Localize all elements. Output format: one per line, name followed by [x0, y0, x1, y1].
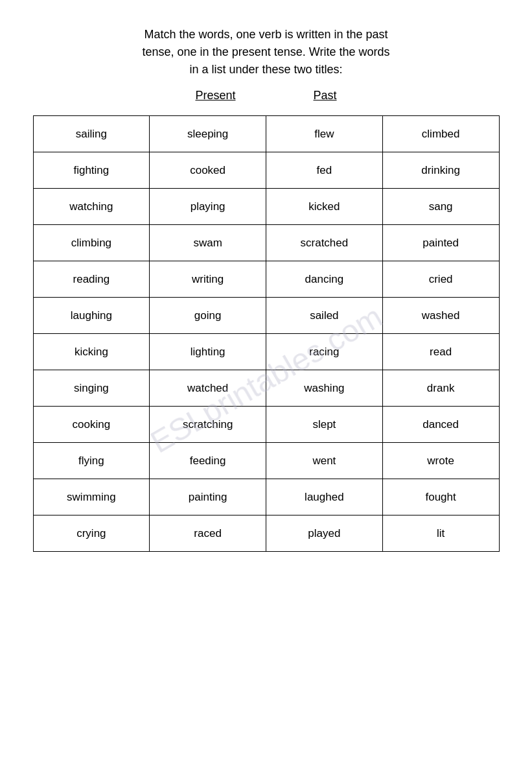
- table-cell: lit: [382, 515, 499, 552]
- table-cell: feeding: [150, 443, 266, 479]
- table-cell: sang: [382, 189, 499, 225]
- table-cell: watched: [150, 370, 266, 407]
- word-table: sailingsleepingflewclimbedfightingcooked…: [33, 115, 500, 552]
- table-cell: wrote: [382, 443, 499, 479]
- table-cell: fought: [382, 479, 499, 515]
- titles-row: Present Past: [195, 89, 336, 102]
- table-cell: drank: [382, 370, 499, 407]
- table-cell: writing: [150, 261, 266, 298]
- table-cell: painting: [150, 479, 266, 515]
- table-row: singingwatchedwashingdrank: [33, 370, 499, 407]
- instruction-line1: Match the words, one verb is written in …: [144, 28, 387, 41]
- table-row: cookingscratchingsleptdanced: [33, 407, 499, 443]
- table-cell: cooked: [150, 152, 266, 189]
- table-cell: going: [150, 298, 266, 334]
- present-title: Present: [195, 89, 235, 102]
- table-cell: climbed: [382, 116, 499, 152]
- table-cell: singing: [33, 370, 150, 407]
- table-cell: sleeping: [150, 116, 266, 152]
- table-row: watchingplayingkickedsang: [33, 189, 499, 225]
- table-cell: climbing: [33, 225, 150, 261]
- instructions-block: Match the words, one verb is written in …: [143, 26, 390, 78]
- table-cell: dancing: [266, 261, 383, 298]
- table-row: flyingfeedingwentwrote: [33, 443, 499, 479]
- table-cell: kicking: [33, 334, 150, 370]
- table-cell: raced: [150, 515, 266, 552]
- table-cell: flying: [33, 443, 150, 479]
- instruction-line2: tense, one in the present tense. Write t…: [143, 45, 390, 58]
- table-cell: fed: [266, 152, 383, 189]
- table-cell: played: [266, 515, 383, 552]
- table-row: swimmingpaintinglaughedfought: [33, 479, 499, 515]
- table-cell: lighting: [150, 334, 266, 370]
- instruction-line3: in a list under these two titles:: [189, 63, 342, 76]
- table-cell: cooking: [33, 407, 150, 443]
- table-cell: playing: [150, 189, 266, 225]
- table-cell: laughing: [33, 298, 150, 334]
- table-cell: laughed: [266, 479, 383, 515]
- table-cell: scratched: [266, 225, 383, 261]
- table-cell: went: [266, 443, 383, 479]
- table-cell: sailing: [33, 116, 150, 152]
- table-cell: read: [382, 334, 499, 370]
- table-row: readingwritingdancingcried: [33, 261, 499, 298]
- table-cell: painted: [382, 225, 499, 261]
- table-cell: crying: [33, 515, 150, 552]
- table-cell: slept: [266, 407, 383, 443]
- table-cell: washing: [266, 370, 383, 407]
- table-row: laughinggoingsailedwashed: [33, 298, 499, 334]
- table-cell: washed: [382, 298, 499, 334]
- table-row: cryingracedplayedlit: [33, 515, 499, 552]
- table-cell: flew: [266, 116, 383, 152]
- table-cell: reading: [33, 261, 150, 298]
- table-cell: swimming: [33, 479, 150, 515]
- table-cell: sailed: [266, 298, 383, 334]
- table-cell: swam: [150, 225, 266, 261]
- table-row: kickinglightingracingread: [33, 334, 499, 370]
- table-row: fightingcookedfeddrinking: [33, 152, 499, 189]
- table-row: sailingsleepingflewclimbed: [33, 116, 499, 152]
- table-cell: drinking: [382, 152, 499, 189]
- table-row: climbingswamscratchedpainted: [33, 225, 499, 261]
- table-cell: fighting: [33, 152, 150, 189]
- past-title: Past: [314, 89, 337, 102]
- table-cell: racing: [266, 334, 383, 370]
- table-cell: kicked: [266, 189, 383, 225]
- table-cell: watching: [33, 189, 150, 225]
- table-cell: cried: [382, 261, 499, 298]
- table-cell: scratching: [150, 407, 266, 443]
- table-cell: danced: [382, 407, 499, 443]
